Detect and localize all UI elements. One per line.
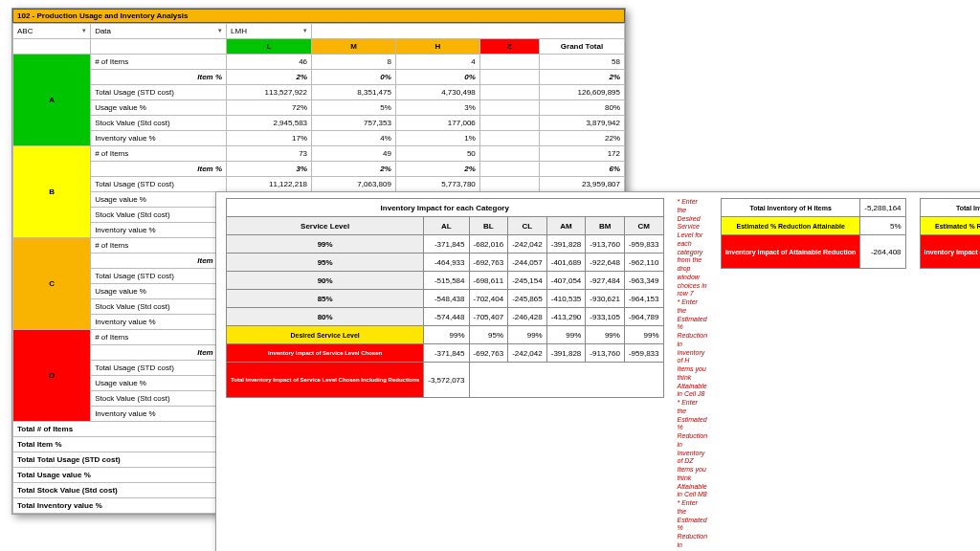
impact-table: Inventory Impact for each Category Servi… (226, 198, 664, 398)
instruction-notes: * Enter the Desired Service Level for ea… (678, 198, 708, 551)
col-gt: Grand Total (539, 39, 624, 55)
cat-d: D (13, 330, 91, 422)
col-m: M (312, 39, 396, 55)
desired-al[interactable]: 99% (424, 326, 469, 344)
cat-c: C (13, 238, 91, 330)
desired-am[interactable]: 99% (546, 326, 586, 344)
desired-cm[interactable]: 99% (624, 326, 663, 344)
h-reduction-box: Total Inventory of H Items-5,288,164 Est… (721, 198, 906, 269)
desired-bm[interactable]: 99% (586, 326, 625, 344)
cat-a: A (13, 55, 91, 146)
desired-bl[interactable]: 95% (469, 326, 508, 344)
filter-lmh[interactable]: LMH (227, 24, 312, 39)
dz-reduction-box: Total Inventory of DZ-4,933,554 Estimate… (920, 198, 980, 269)
cat-b: B (13, 146, 91, 238)
desired-cl[interactable]: 99% (508, 326, 547, 344)
col-h: H (395, 39, 479, 55)
col-l: L (227, 39, 312, 55)
report-title: 102 - Production Usage and Inventory Ana… (12, 9, 625, 23)
filter-abc[interactable]: ABC (13, 24, 91, 39)
impact-panel: Inventory Impact for each Category Servi… (215, 191, 980, 551)
col-z: Z (479, 39, 539, 55)
h-reduction-input[interactable]: 5% (860, 217, 905, 235)
filter-data[interactable]: Data (91, 24, 227, 39)
